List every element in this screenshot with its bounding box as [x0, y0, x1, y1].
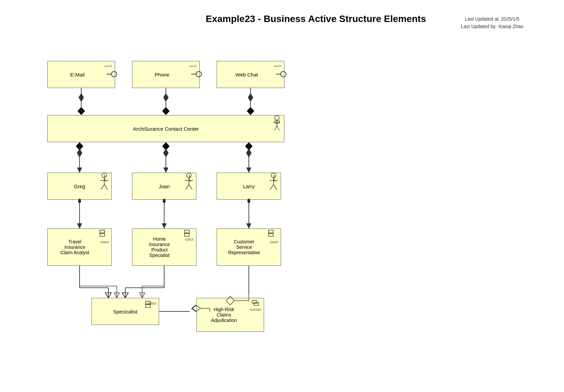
connectors-svg: [0, 41, 406, 392]
larry-icon: 🚶: [270, 176, 278, 182]
home-box: Home Insurance Product Specialist ▭▭: [132, 228, 196, 266]
svg-marker-1: [78, 107, 85, 115]
highrisk-box: High-Risk Claims Adjudication ▭▭▭: [196, 298, 264, 332]
svg-marker-3: [162, 107, 170, 115]
webchat-box: Web Chat —○: [217, 61, 284, 88]
greg-icon: 🚶: [101, 176, 109, 182]
svg-marker-9: [162, 142, 170, 150]
joan-icon: 🚶: [186, 176, 193, 182]
svg-marker-86: [77, 148, 82, 157]
customer-box: Customer Service Representative ▭▭: [217, 228, 281, 266]
svg-marker-27: [105, 293, 111, 298]
travel-icon: ▭▭: [101, 240, 109, 244]
joan-box: Joan 🚶: [132, 173, 196, 200]
webchat-label: Web Chat: [220, 72, 274, 78]
svg-marker-77: [79, 93, 84, 102]
svg-marker-92: [164, 168, 168, 173]
customer-label: Customer Service Representative: [220, 239, 268, 255]
specialist-label: Specicalist: [94, 309, 156, 314]
svg-marker-6: [76, 142, 83, 150]
phone-icon: —○: [189, 63, 197, 68]
travel-box: Travel Insurance Claim Analyst ▭▭: [47, 228, 112, 266]
svg-marker-99: [77, 224, 82, 228]
greg-box: Greg 🚶: [47, 173, 112, 200]
email-label: E-Mail: [50, 72, 105, 78]
svg-marker-80: [163, 93, 169, 102]
updated-by: Last Updated by: Xiaoqi Zhao: [461, 23, 523, 30]
larry-box: Larry 🚶: [217, 173, 281, 200]
diagram: E-Mail —○ Phone —○ Web Chat —○ ArchiSura…: [0, 41, 406, 392]
svg-marker-94: [246, 148, 252, 157]
svg-point-21: [247, 200, 250, 203]
specialist-box: Specicalist ▭▭: [91, 298, 159, 325]
svg-marker-8: [77, 168, 82, 173]
home-label: Home Insurance Product Specialist: [135, 236, 184, 258]
svg-marker-102: [162, 224, 167, 228]
home-icon: ▭▭: [185, 237, 193, 241]
svg-marker-31: [122, 293, 128, 298]
contact-center-icon: ⛀: [274, 118, 280, 125]
email-icon: —○: [105, 63, 112, 68]
joan-label: Joan: [135, 183, 193, 189]
svg-marker-23: [246, 223, 251, 228]
phone-box: Phone —○: [132, 61, 200, 88]
updated-at: Last Updated at: 2025/1/5: [461, 15, 523, 23]
svg-marker-96: [246, 168, 251, 173]
svg-marker-88: [77, 168, 82, 173]
svg-marker-105: [246, 224, 251, 228]
travel-label: Travel Insurance Claim Analyst: [50, 239, 99, 255]
contact-center-label: ArchiSurance Contact Center: [50, 126, 281, 132]
svg-marker-14: [246, 168, 251, 173]
main-connectors: [0, 41, 372, 392]
email-box: E-Mail —○: [47, 61, 115, 88]
svg-marker-113: [139, 293, 145, 298]
highrisk-label: High-Risk Claims Adjudication: [199, 307, 248, 323]
svg-marker-90: [163, 148, 169, 157]
svg-marker-17: [77, 223, 82, 228]
svg-marker-20: [162, 223, 167, 228]
contact-center-box: ArchiSurance Contact Center ⛀: [47, 115, 284, 142]
svg-marker-109: [114, 293, 120, 298]
svg-marker-11: [164, 168, 168, 173]
svg-point-15: [78, 200, 81, 203]
larry-label: Larry: [220, 183, 278, 189]
phone-label: Phone: [135, 72, 189, 78]
svg-point-18: [163, 200, 166, 203]
customer-icon: ▭▭: [270, 240, 278, 244]
svg-marker-12: [245, 142, 253, 150]
webchat-icon: —○: [274, 63, 281, 68]
svg-marker-83: [248, 93, 253, 102]
specialist-icon: ▭▭: [148, 301, 156, 305]
highrisk-icon: ▭▭▭: [250, 307, 261, 311]
svg-marker-5: [247, 107, 254, 115]
meta-info: Last Updated at: 2025/1/5 Last Updated b…: [461, 15, 523, 30]
greg-label: Greg: [50, 183, 109, 189]
